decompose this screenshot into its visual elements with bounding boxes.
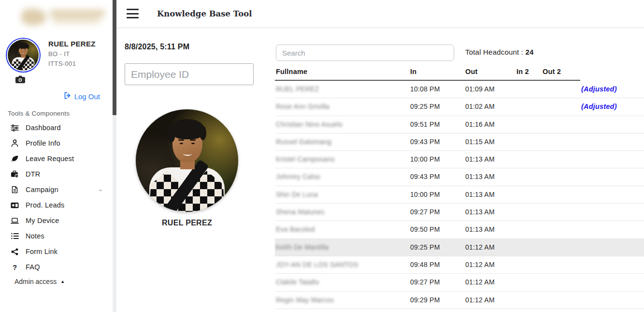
column-header-out: Out <box>465 68 478 75</box>
cell-in: 09:25 PM <box>410 243 440 251</box>
table-row[interactable]: Regin May Marcos09:29 PM01:12 AM <box>275 292 644 309</box>
avatar[interactable] <box>6 38 41 73</box>
cell-fullname: JOY-AN DE LOS SANTOS <box>276 261 358 268</box>
sidebar-item-form-link[interactable]: Form Link <box>0 244 113 259</box>
cell-in: 09:43 PM <box>410 173 440 180</box>
sidebar-item-label: Leave Request <box>26 155 74 163</box>
cell-in: 09:27 PM <box>410 208 440 216</box>
table-row[interactable]: Keith De Mantilla09:25 PM01:12 AM <box>275 239 644 256</box>
list-icon <box>11 232 19 240</box>
cell-out: 01:13 AM <box>465 155 495 163</box>
cell-fullname: Eva Bacolod <box>276 225 315 233</box>
leaf-icon <box>11 155 19 163</box>
employee-id-input[interactable] <box>125 63 254 85</box>
cell-out: 01:16 AM <box>465 120 495 128</box>
sliders-icon <box>11 124 19 132</box>
search-input[interactable] <box>276 45 454 61</box>
adjusted-tag: (Adjusted) <box>581 85 617 93</box>
profile-role: BO - IT <box>48 50 96 58</box>
video-icon <box>11 201 19 209</box>
total-headcount: Total Headcount : 24 <box>465 48 534 56</box>
table-row[interactable]: RUEL PEREZ10:08 PM01:09 AM(Adjusted) <box>275 81 644 98</box>
file-icon <box>11 186 19 194</box>
headcount-value: 24 <box>526 48 534 56</box>
cell-in: 09:27 PM <box>410 278 440 286</box>
sidebar-item-notes[interactable]: Notes <box>0 228 113 244</box>
page-title: Knowledge Base Tool <box>157 9 252 18</box>
company-logo <box>14 5 106 28</box>
question-icon: ? <box>11 263 19 271</box>
cell-in: 09:25 PM <box>410 103 440 110</box>
cell-in: 10:00 PM <box>410 191 440 198</box>
employee-photo-name: RUEL PEREZ <box>136 219 238 227</box>
sidebar-item-profile-info[interactable]: Profile Info <box>0 135 113 151</box>
logout-label: Log Out <box>74 92 100 101</box>
sidebar-item-campaign[interactable]: Campaign⌄ <box>0 182 113 197</box>
cell-in: 10:08 PM <box>410 85 440 93</box>
table-row[interactable]: JOY-AN DE LOS SANTOS09:48 PM01:12 AM <box>275 256 644 274</box>
cell-in: 09:29 PM <box>410 296 440 304</box>
sidebar-item-my-device[interactable]: My Device <box>0 213 113 228</box>
logo-subtext-blur <box>53 18 100 23</box>
sidebar-item-dtr[interactable]: DTR <box>0 166 113 182</box>
admin-access-toggle[interactable]: Admin access ▲ <box>14 278 65 285</box>
table-row[interactable]: Johnrey Calso09:43 PM01:13 AM <box>275 168 644 186</box>
table-row[interactable]: Shin De Luna10:00 PM01:13 AM <box>275 186 644 204</box>
sidebar-scrollbar-track[interactable] <box>113 0 116 312</box>
sidebar-item-dashboard[interactable]: Dashboard <box>0 120 113 135</box>
table-header-row: FullnameInOutIn 2Out 2 <box>275 67 644 79</box>
share-icon <box>11 248 19 256</box>
cell-fullname: Kristel Camposano <box>276 155 335 163</box>
cell-in: 09:50 PM <box>410 225 440 233</box>
table-row[interactable]: Christian Nino Asuelo09:51 PM01:16 AM <box>275 116 644 134</box>
table-body: RUEL PEREZ10:08 PM01:09 AM(Adjusted)Rose… <box>275 81 644 309</box>
sidebar-item-label: DTR <box>26 170 40 178</box>
user-icon <box>11 139 19 148</box>
table-row[interactable]: Eva Bacolod09:50 PM01:13 AM <box>275 221 644 238</box>
hamburger-menu-icon[interactable] <box>127 9 139 18</box>
sidebar: RUEL PEREZ BO - IT ITTS-001 Log Out Tool… <box>0 0 113 312</box>
cell-out: 01:12 AM <box>465 296 495 304</box>
cell-in: 09:43 PM <box>410 138 440 146</box>
sidebar-item-label: Prod. Leads <box>26 201 64 209</box>
header-divider <box>116 28 644 28</box>
cell-out: 01:09 AM <box>465 85 495 93</box>
column-header-fullname: Fullname <box>276 68 307 75</box>
cell-fullname: Shena Matunes <box>276 208 325 216</box>
current-datetime: 8/8/2025, 5:11 PM <box>125 43 189 51</box>
cell-in: 10:00 PM <box>410 155 440 163</box>
sidebar-scrollbar-thumb[interactable] <box>113 0 116 115</box>
chevron-down-icon[interactable]: ⌄ <box>98 186 103 193</box>
table-row[interactable]: Shena Matunes09:27 PM01:13 AM <box>275 204 644 221</box>
logo-mark <box>21 9 46 25</box>
column-header-in-2: In 2 <box>516 68 529 75</box>
admin-access-label: Admin access <box>14 278 57 285</box>
cell-out: 01:13 AM <box>465 173 495 180</box>
caret-up-icon: ▲ <box>60 279 65 284</box>
table-row[interactable]: Kristel Camposano10:00 PM01:13 AM <box>275 151 644 168</box>
cell-out: 01:02 AM <box>465 103 495 110</box>
app-window: RUEL PEREZ BO - IT ITTS-001 Log Out Tool… <box>0 0 644 312</box>
laptop-icon <box>11 217 19 225</box>
sidebar-item-prod-leads[interactable]: Prod. Leads <box>0 197 113 213</box>
sidebar-menu: DashboardProfile InfoLeave RequestDTRCam… <box>0 120 113 275</box>
table-row[interactable]: Clakile Tatallo09:27 PM01:12 AM <box>275 274 644 291</box>
camera-icon[interactable] <box>15 75 25 83</box>
cell-out: 01:12 AM <box>465 261 495 268</box>
cell-out: 01:13 AM <box>465 208 495 216</box>
profile-employee-id: ITTS-001 <box>48 60 96 67</box>
table-row[interactable]: Rose Ann Grivilla09:25 PM01:02 AM(Adjust… <box>275 98 644 116</box>
sidebar-item-faq[interactable]: ?FAQ <box>0 259 113 275</box>
avatar-photo <box>8 40 39 71</box>
sidebar-item-label: Dashboard <box>26 124 61 132</box>
cell-fullname: Rose Ann Grivilla <box>276 103 329 110</box>
sidebar-item-label: Form Link <box>26 248 57 255</box>
cell-fullname: RUEL PEREZ <box>276 85 319 93</box>
sidebar-item-leave-request[interactable]: Leave Request <box>0 151 113 166</box>
logout-button[interactable]: Log Out <box>64 92 100 101</box>
table-row[interactable]: Russel Gatomang09:43 PM01:15 AM <box>275 134 644 151</box>
cell-fullname: Keith De Mantilla <box>276 243 329 251</box>
cell-out: 01:15 AM <box>465 138 495 146</box>
headcount-label: Total Headcount : <box>465 48 526 56</box>
cell-fullname: Russel Gatomang <box>276 138 331 146</box>
